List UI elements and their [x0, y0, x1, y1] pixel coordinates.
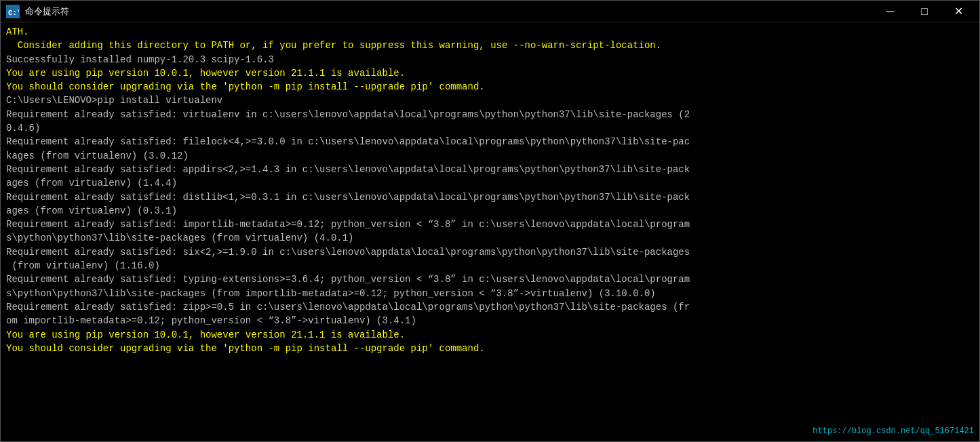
console-line: Requirement already satisfied: six<2,>=1…: [6, 245, 974, 259]
console-line: C:\Users\LENOVO>pip install virtualenv: [6, 94, 974, 107]
console-line: Requirement already satisfied: importlib…: [6, 218, 974, 231]
close-button[interactable]: ✕: [943, 2, 974, 21]
console-line: You should consider upgrading via the 'p…: [6, 342, 974, 355]
console-line: kages (from virtualenv) (3.0.12): [6, 149, 974, 163]
console-line: You should consider upgrading via the 'p…: [6, 80, 974, 94]
console-line: You are using pip version 10.0.1, howeve…: [6, 328, 974, 342]
console-line: Consider adding this directory to PATH o…: [6, 39, 974, 52]
cmd-window: C:\ 命令提示符 ─ □ ✕ ATH. Consider adding thi…: [0, 0, 980, 442]
window-controls: ─ □ ✕: [875, 2, 974, 21]
console-line: Successfully installed numpy-1.20.3 scip…: [6, 53, 974, 66]
console-line: om importlib-metadata>=0.12; python_vers…: [6, 314, 974, 327]
console-line: Requirement already satisfied: virtualen…: [6, 108, 974, 121]
console-line: Requirement already satisfied: filelock<…: [6, 135, 974, 148]
console-line: s\python\python37\lib\site-packages (fro…: [6, 231, 974, 245]
console-line: Requirement already satisfied: distlib<1…: [6, 190, 974, 204]
console-line: You are using pip version 10.0.1, howeve…: [6, 66, 974, 80]
title-bar: C:\ 命令提示符 ─ □ ✕: [1, 1, 979, 22]
svg-text:C:\: C:\: [8, 9, 19, 17]
console-line: ATH.: [6, 25, 974, 39]
console-line: (from virtualenv) (1.16.0): [6, 259, 974, 273]
console-line: ages (from virtualenv) (0.3.1): [6, 204, 974, 218]
console-output: ATH. Consider adding this directory to P…: [6, 25, 974, 355]
window-title: 命令提示符: [25, 5, 69, 18]
title-bar-left: C:\ 命令提示符: [6, 5, 69, 18]
cmd-icon: C:\: [6, 5, 20, 18]
maximize-button[interactable]: □: [909, 2, 940, 21]
console-line: Requirement already satisfied: typing-ex…: [6, 273, 974, 286]
watermark: https://blog.csdn.net/qq_51671421: [812, 426, 974, 436]
minimize-button[interactable]: ─: [875, 2, 906, 21]
console-line: 0.4.6): [6, 121, 974, 135]
console-line: s\python\python37\lib\site-packages (fro…: [6, 287, 974, 300]
console-line: Requirement already satisfied: appdirs<2…: [6, 163, 974, 176]
console-area: ATH. Consider adding this directory to P…: [1, 22, 979, 441]
console-line: ages (from virtualenv) (1.4.4): [6, 176, 974, 190]
console-line: Requirement already satisfied: zipp>=0.5…: [6, 300, 974, 314]
